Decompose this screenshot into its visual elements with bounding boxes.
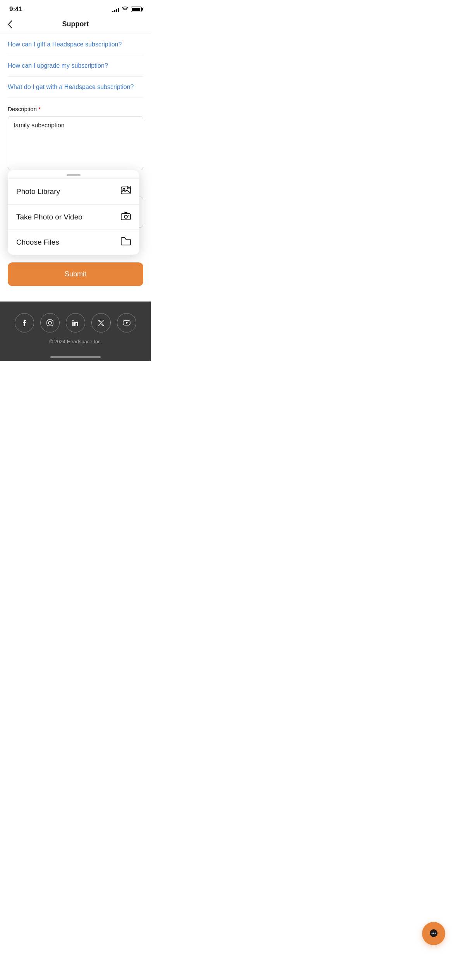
faq-link-1[interactable]: How can I gift a Headspace subscription? (8, 34, 143, 55)
camera-icon (121, 212, 131, 223)
folder-icon (121, 237, 131, 248)
status-bar: 9:41 (0, 0, 151, 16)
description-label: Description * (8, 106, 143, 112)
svg-point-4 (124, 215, 127, 218)
attachment-dropdown: Photo Library Take Photo or Video Choose… (8, 170, 139, 255)
home-indicator (0, 352, 151, 361)
svg-point-5 (128, 215, 129, 216)
faq-link-2[interactable]: How can I upgrade my subscription? (8, 55, 143, 77)
home-pill (50, 356, 101, 358)
required-indicator: * (38, 106, 41, 112)
nav-bar: Support (0, 16, 151, 34)
description-textarea[interactable]: family subscription (8, 116, 143, 170)
instagram-button[interactable] (40, 313, 60, 332)
page-title: Support (62, 20, 89, 28)
twitter-button[interactable] (91, 313, 111, 332)
faq-link-3[interactable]: What do I get with a Headspace subscript… (8, 77, 143, 98)
battery-icon (131, 7, 142, 12)
footer: © 2024 Headspace Inc. (0, 302, 151, 352)
svg-rect-3 (121, 214, 130, 220)
wifi-icon (122, 6, 129, 13)
drag-pill (67, 174, 81, 176)
facebook-button[interactable] (15, 313, 34, 332)
copyright-text: © 2024 Headspace Inc. (8, 339, 143, 344)
description-section: Description * family subscription (8, 106, 143, 172)
photo-library-option[interactable]: Photo Library (8, 178, 139, 204)
submit-section: Submit (0, 251, 151, 294)
social-icons (8, 313, 143, 332)
status-icons (112, 6, 142, 13)
back-button[interactable] (8, 20, 12, 29)
status-time: 9:41 (9, 5, 22, 13)
drag-handle (8, 170, 139, 178)
submit-button[interactable]: Submit (8, 262, 143, 286)
youtube-button[interactable] (117, 313, 136, 332)
linkedin-button[interactable] (66, 313, 85, 332)
take-photo-option[interactable]: Take Photo or Video (8, 204, 139, 230)
svg-rect-9 (72, 322, 74, 326)
signal-icon (112, 7, 119, 12)
svg-point-10 (72, 320, 74, 321)
choose-files-option[interactable]: Choose Files (8, 230, 139, 255)
svg-point-7 (48, 321, 51, 324)
svg-point-8 (51, 320, 52, 321)
photo-library-icon (121, 186, 131, 197)
